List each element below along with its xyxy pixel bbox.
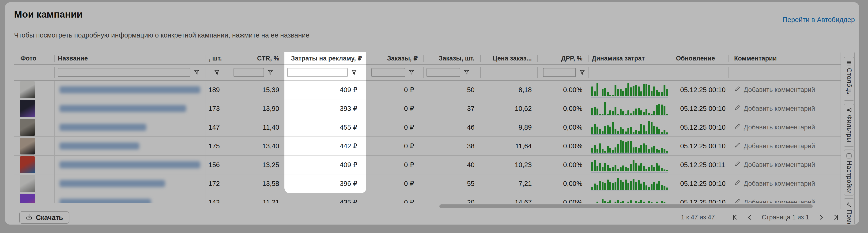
add-comment-link[interactable]: Добавить комментарий bbox=[744, 124, 815, 131]
filter-funnel-icon[interactable] bbox=[408, 69, 414, 75]
sparkline-bar bbox=[648, 149, 650, 153]
add-comment-link[interactable]: Добавить комментарий bbox=[744, 142, 815, 150]
side-tab-check[interactable]: Помощь bbox=[844, 198, 855, 224]
ctr-filter-input[interactable] bbox=[234, 68, 264, 77]
autobidder-link[interactable]: Перейти в Автобиддер bbox=[782, 16, 855, 24]
filter-funnel-icon[interactable] bbox=[464, 69, 470, 75]
sparkline-bar bbox=[646, 84, 647, 96]
side-tab-filter[interactable]: Фильтры bbox=[844, 104, 855, 147]
product-photo[interactable] bbox=[20, 138, 35, 155]
sparkline-bar bbox=[617, 144, 619, 153]
campaign-name-link[interactable] bbox=[60, 180, 165, 187]
horizontal-scrollbar-thumb[interactable] bbox=[439, 204, 813, 208]
spend-sparkline[interactable] bbox=[591, 101, 668, 116]
spend-sparkline[interactable] bbox=[591, 176, 668, 191]
panel-divider bbox=[855, 53, 855, 224]
campaign-name-link[interactable] bbox=[60, 105, 186, 112]
campaign-name-link[interactable] bbox=[60, 199, 151, 203]
campaign-name-link[interactable] bbox=[60, 142, 139, 149]
filter-cell-updated bbox=[671, 65, 728, 80]
sparkline-bar bbox=[620, 180, 622, 190]
sparkline-bar bbox=[627, 168, 629, 171]
sparkline-bar bbox=[653, 167, 655, 171]
sparkline-bar bbox=[602, 182, 603, 190]
col-header-ctr[interactable]: CTR, % bbox=[229, 53, 285, 64]
sparkline-underline bbox=[591, 115, 668, 116]
product-photo[interactable] bbox=[20, 156, 35, 173]
last-page-button[interactable] bbox=[833, 214, 839, 220]
col-header-comments[interactable]: Комментарии bbox=[728, 53, 841, 64]
sparkline-bar bbox=[648, 85, 650, 96]
campaign-name-link[interactable] bbox=[60, 161, 200, 168]
table-row: 175 13,40 442 ₽ 0 ₽ 38 11,64 0,00% 05.12… bbox=[14, 137, 841, 156]
ctr-value: 13,58 bbox=[229, 174, 285, 193]
sparkline-bar bbox=[646, 109, 647, 115]
spend-sparkline[interactable] bbox=[591, 195, 668, 203]
spend-sparkline[interactable] bbox=[591, 82, 668, 98]
sparkline-bar bbox=[630, 141, 632, 153]
drr-filter-input[interactable] bbox=[543, 68, 576, 77]
column-divider bbox=[54, 80, 55, 203]
col-header-spend[interactable]: Затраты на рекламу, ₽ bbox=[285, 53, 367, 64]
add-comment-link[interactable]: Добавить комментарий bbox=[744, 86, 815, 94]
sparkline-bar bbox=[622, 91, 624, 96]
download-button[interactable]: Скачать bbox=[19, 211, 69, 224]
orders-rub-filter-input[interactable] bbox=[371, 68, 405, 77]
first-page-button[interactable] bbox=[732, 214, 738, 220]
product-photo[interactable] bbox=[20, 119, 35, 136]
sparkline-bar bbox=[596, 127, 598, 134]
campaign-name-link[interactable] bbox=[60, 124, 146, 131]
spend-sparkline[interactable] bbox=[591, 157, 668, 172]
add-comment-link[interactable]: Добавить комментарий bbox=[744, 105, 815, 112]
filter-funnel-icon[interactable] bbox=[194, 69, 200, 75]
sparkline-bar bbox=[594, 107, 596, 115]
campaign-name-link[interactable] bbox=[60, 86, 200, 93]
col-header-dynamics[interactable]: Динамика затрат bbox=[588, 53, 671, 64]
prev-page-button[interactable] bbox=[747, 214, 753, 220]
sparkline-bar bbox=[635, 163, 637, 171]
product-photo[interactable] bbox=[20, 100, 35, 117]
sparkline-bars bbox=[591, 138, 668, 153]
spend-filter-input[interactable] bbox=[287, 68, 348, 77]
col-header-clicks[interactable]: , шт. bbox=[205, 53, 229, 64]
name-filter-input[interactable] bbox=[58, 68, 190, 77]
spend-sparkline[interactable] bbox=[591, 138, 668, 154]
sparkline-bar bbox=[661, 148, 663, 153]
orders-count-filter-input[interactable] bbox=[427, 68, 460, 77]
add-comment-link[interactable]: Добавить комментарий bbox=[744, 180, 815, 187]
filter-funnel-icon[interactable] bbox=[214, 69, 220, 75]
product-photo[interactable] bbox=[20, 194, 35, 203]
sparkline-bar bbox=[630, 164, 632, 171]
sparkline-bar bbox=[591, 148, 593, 153]
product-photo[interactable] bbox=[20, 81, 35, 98]
col-header-updated[interactable]: Обновление bbox=[671, 53, 728, 64]
add-comment-link[interactable]: Добавить комментарий bbox=[744, 199, 815, 203]
filter-funnel-icon[interactable] bbox=[267, 69, 273, 75]
sparkline-bar bbox=[594, 145, 596, 153]
table-footer: Скачать 1 к 47 из 47 Страница 1 из 1 bbox=[5, 209, 855, 226]
product-photo[interactable] bbox=[20, 175, 35, 192]
table-row: 143 11,21 435 ₽ 0 ₽ 20 14,67 0,00% 05.12… bbox=[14, 193, 841, 203]
side-tab-columns[interactable]: Столбцы bbox=[844, 57, 855, 101]
col-header-drr[interactable]: ДРР, % bbox=[537, 53, 588, 64]
sparkline-bar bbox=[612, 150, 614, 153]
col-header-name[interactable]: Название bbox=[54, 53, 205, 64]
sparkline-bar bbox=[596, 148, 598, 153]
orders-count-value: 20 bbox=[424, 193, 480, 203]
col-header-orders-count[interactable]: Заказы, шт. bbox=[424, 53, 480, 64]
sparkline-bar bbox=[638, 180, 640, 190]
sparkline-bar bbox=[620, 140, 622, 153]
col-header-order-price[interactable]: Цена заказ... bbox=[480, 53, 537, 64]
next-page-button[interactable] bbox=[818, 214, 824, 220]
spend-sparkline[interactable] bbox=[591, 120, 668, 135]
sparkline-bar bbox=[609, 200, 611, 203]
col-header-photo[interactable]: Фото bbox=[14, 53, 54, 64]
col-header-orders-rub[interactable]: Заказы, ₽ bbox=[367, 53, 424, 64]
side-tab-settings[interactable]: Настройки bbox=[844, 149, 855, 196]
sparkline-bar bbox=[596, 166, 598, 171]
filter-funnel-icon[interactable] bbox=[351, 69, 357, 75]
sparkline-bar bbox=[651, 122, 653, 134]
sparkline-bar bbox=[640, 124, 642, 134]
filter-funnel-icon[interactable] bbox=[579, 69, 585, 75]
add-comment-link[interactable]: Добавить комментарий bbox=[744, 161, 815, 169]
